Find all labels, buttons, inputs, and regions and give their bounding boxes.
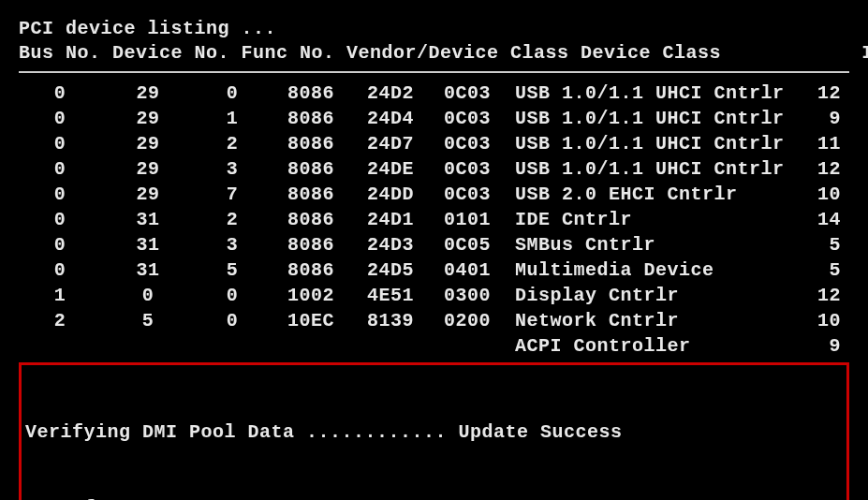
cell-irq: 10 [794,308,841,333]
cell-vendor: 8086 [270,131,352,156]
cell-irq: 5 [794,232,841,257]
acpi-row: ACPI Controller 9 [19,333,849,359]
cell-name: IDE Cntrlr [506,207,794,232]
header-divider [19,71,849,73]
cell-cls1: 4E51 [352,283,429,308]
cell-func: 5 [195,257,270,283]
cell-dev: 5 [101,308,195,333]
table-row: 0315808624D50401Multimedia Device5 [19,257,849,283]
cell-bus: 1 [19,283,101,308]
cell-vendor: 8086 [270,156,352,182]
cell-dev: 29 [101,81,195,106]
cell-irq: 5 [794,257,841,283]
cell-func: 0 [195,308,270,333]
cell-dev: 31 [101,207,195,232]
cell-cls1: 24D1 [352,207,429,232]
cell-cls2: 0101 [429,207,506,232]
cell-name: USB 1.0/1.1 UHCI Cntrlr [506,81,794,106]
cell-func: 0 [195,283,270,308]
cell-name: USB 2.0 EHCI Cntrlr [506,182,794,207]
cell-func: 1 [195,106,270,131]
cell-func: 3 [195,232,270,257]
cell-dev: 29 [101,156,195,182]
pci-listing-title: PCI device listing ... [19,17,849,41]
dmi-verify-line: Verifying DMI Pool Data ............ Upd… [25,419,843,445]
cell-cls1: 24DD [352,182,429,207]
cell-irq: 10 [794,182,841,207]
cell-cls2: 0300 [429,283,506,308]
cell-bus: 0 [19,232,101,257]
cell-irq: 14 [794,207,841,232]
table-row: 0312808624D10101IDE Cntrlr14 [19,207,849,232]
table-row: 0292808624D70C03USB 1.0/1.1 UHCI Cntrlr1… [19,131,849,156]
cell-bus: 0 [19,156,101,182]
cell-cls2: 0C03 [429,81,506,106]
cell-dev: 29 [101,131,195,156]
cell-vendor: 8086 [270,232,352,257]
cell-func: 3 [195,156,270,182]
cell-name: USB 1.0/1.1 UHCI Cntrlr [506,156,794,182]
cell-dev: 31 [101,232,195,257]
boot-from-cd-line: Boot from CD : [25,495,843,500]
table-row: 25010EC81390200Network Cntrlr10 [19,308,849,333]
boot-error-box: Verifying DMI Pool Data ............ Upd… [19,362,849,500]
cell-dev: 0 [101,283,195,308]
cell-dev: 29 [101,106,195,131]
table-row: 0313808624D30C05SMBus Cntrlr5 [19,232,849,257]
table-row: 0293808624DE0C03USB 1.0/1.1 UHCI Cntrlr1… [19,156,849,182]
cell-cls1: 24DE [352,156,429,182]
cell-cls1: 24D2 [352,81,429,106]
cell-name: SMBus Cntrlr [506,232,794,257]
cell-bus: 0 [19,257,101,283]
cell-func: 7 [195,182,270,207]
pci-device-table: 0290808624D20C03USB 1.0/1.1 UHCI Cntrlr1… [19,81,849,333]
cell-name: USB 1.0/1.1 UHCI Cntrlr [506,106,794,131]
cell-vendor: 8086 [270,106,352,131]
cell-cls2: 0C03 [429,106,506,131]
cell-cls2: 0C03 [429,131,506,156]
cell-vendor: 10EC [270,308,352,333]
cell-dev: 31 [101,257,195,283]
cell-bus: 0 [19,106,101,131]
cell-dev: 29 [101,182,195,207]
cell-cls2: 0C05 [429,232,506,257]
table-row: 0291808624D40C03USB 1.0/1.1 UHCI Cntrlr9 [19,106,849,131]
acpi-name: ACPI Controller [506,333,794,359]
pci-column-headers: Bus No. Device No. Func No. Vendor/Devic… [19,41,849,66]
cell-bus: 2 [19,308,101,333]
cell-irq: 9 [794,106,841,131]
cell-name: Multimedia Device [506,257,794,283]
cell-vendor: 8086 [270,182,352,207]
cell-irq: 12 [794,81,841,106]
cell-bus: 0 [19,81,101,106]
cell-func: 0 [195,81,270,106]
cell-cls2: 0401 [429,257,506,283]
cell-func: 2 [195,131,270,156]
table-row: 10010024E510300Display Cntrlr12 [19,283,849,308]
cell-irq: 11 [794,131,841,156]
cell-cls1: 24D5 [352,257,429,283]
cell-vendor: 1002 [270,283,352,308]
cell-func: 2 [195,207,270,232]
cell-name: Network Cntrlr [506,308,794,333]
cell-cls2: 0C03 [429,182,506,207]
cell-cls1: 24D7 [352,131,429,156]
table-row: 0290808624D20C03USB 1.0/1.1 UHCI Cntrlr1… [19,81,849,106]
cell-name: Display Cntrlr [506,283,794,308]
cell-irq: 12 [794,283,841,308]
cell-cls2: 0C03 [429,156,506,182]
cell-vendor: 8086 [270,81,352,106]
cell-cls1: 8139 [352,308,429,333]
cell-irq: 12 [794,156,841,182]
table-row: 0297808624DD0C03USB 2.0 EHCI Cntrlr10 [19,182,849,207]
cell-bus: 0 [19,182,101,207]
cell-bus: 0 [19,207,101,232]
cell-vendor: 8086 [270,257,352,283]
cell-name: USB 1.0/1.1 UHCI Cntrlr [506,131,794,156]
cell-cls1: 24D3 [352,232,429,257]
acpi-irq: 9 [794,333,841,359]
cell-cls2: 0200 [429,308,506,333]
cell-vendor: 8086 [270,207,352,232]
cell-bus: 0 [19,131,101,156]
cell-cls1: 24D4 [352,106,429,131]
